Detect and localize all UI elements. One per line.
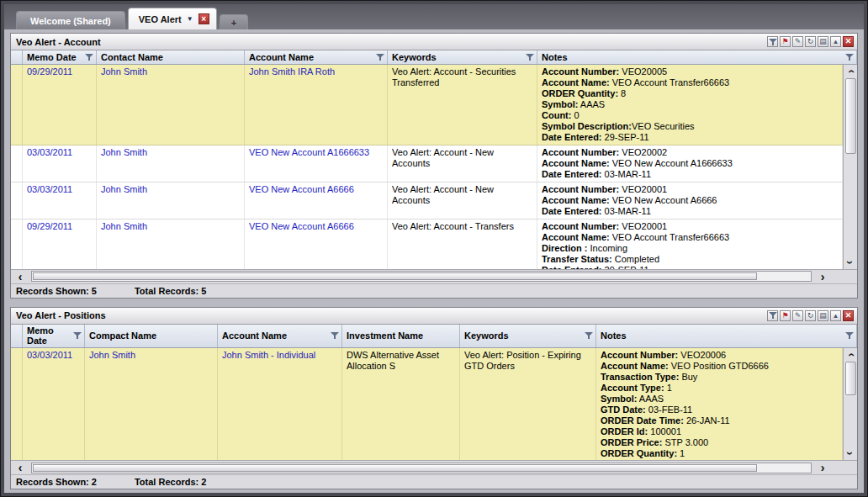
cell-contact-name[interactable]: John Smith (97, 65, 245, 145)
cell-contact-name[interactable]: John Smith (97, 182, 245, 219)
collapse-icon[interactable]: ▴ (830, 36, 841, 47)
scroll-right-icon[interactable]: › (815, 462, 830, 473)
note-line: ORDER Quantity: 1 (601, 448, 839, 459)
filter-edit-icon[interactable] (767, 310, 778, 321)
vertical-scrollbar[interactable]: › › (843, 65, 857, 269)
cell-compact-name[interactable]: John Smith (85, 348, 218, 460)
close-icon[interactable]: ✕ (843, 36, 854, 47)
vertical-scroll-thumb[interactable] (845, 362, 856, 395)
horizontal-scrollbar[interactable]: ‹ › (11, 269, 857, 283)
filter-icon[interactable] (769, 38, 777, 46)
cell-keywords: Veo Alert: Account - New Accounts (388, 145, 537, 182)
table-row[interactable]: 03/03/2011John SmithVEO New Account A166… (11, 145, 843, 182)
panel-toolbar: ⚑✎↻▤▴✕ (767, 310, 854, 321)
column-header-keywords[interactable]: Keywords (460, 325, 596, 347)
note-line: Transfer Status: Completed (542, 254, 839, 265)
horizontal-scrollbar[interactable]: ‹ › (11, 460, 857, 474)
tab-welcome-shared[interactable]: Welcome (Shared) (16, 11, 125, 29)
refresh-icon[interactable]: ↻ (805, 36, 816, 47)
panel-header: Veo Alert - Account ⚑✎↻▤▴✕ (11, 34, 857, 50)
horizontal-scroll-track[interactable] (31, 463, 812, 473)
row-indicator-header (11, 50, 23, 64)
scroll-down-icon[interactable]: › (849, 256, 853, 269)
scroll-left-icon[interactable]: ‹ (13, 271, 28, 283)
scroll-up-icon[interactable]: › (849, 348, 853, 362)
panel-header: Veo Alert - Positions ⚑✎↻▤▴✕ (11, 308, 857, 325)
column-header-memo-date[interactable]: Memo Date (23, 50, 97, 64)
edit-icon[interactable]: ✎ (792, 36, 803, 47)
refresh-icon[interactable]: ↻ (805, 310, 816, 321)
filter-edit-icon[interactable] (767, 36, 778, 47)
cell-account-name[interactable]: John Smith IRA Roth (245, 65, 388, 145)
scroll-right-icon[interactable]: › (815, 271, 830, 283)
column-header-notes[interactable]: Notes (596, 325, 857, 347)
cell-investment-name: DWS Alternative Asset Allocation S (342, 348, 460, 460)
cell-account-name[interactable]: VEO New Account A1666633 (245, 145, 388, 182)
column-header-contact-name[interactable]: Contact Name (97, 50, 245, 64)
grid-body: 03/03/2011John SmithJohn Smith - Individ… (11, 348, 857, 460)
scroll-up-icon[interactable]: › (849, 65, 853, 78)
cell-memo-date[interactable]: 03/03/2011 (23, 145, 97, 182)
export-icon[interactable]: ▤ (818, 310, 828, 321)
records-shown: Records Shown: 5 (16, 286, 97, 296)
cell-contact-name[interactable]: John Smith (97, 145, 245, 182)
horizontal-scroll-thumb[interactable] (33, 464, 757, 472)
filter-icon[interactable] (845, 331, 854, 340)
filter-icon[interactable] (769, 311, 777, 320)
filter-icon[interactable] (73, 331, 82, 340)
row-indicator (11, 219, 23, 269)
scroll-down-icon[interactable]: › (849, 447, 853, 460)
cell-account-name[interactable]: VEO New Account A6666 (245, 182, 388, 219)
cell-memo-date[interactable]: 09/29/2011 (23, 65, 97, 145)
filter-icon[interactable] (85, 53, 93, 61)
app-window: Welcome (Shared) VEO Alert ▼ × + Veo Ale… (0, 0, 868, 497)
column-header-row: Memo DateCompact NameAccount NameInvestm… (11, 325, 857, 348)
cell-account-name[interactable]: VEO New Account A6666 (245, 219, 388, 269)
cell-keywords: Veo Alert: Account - Securities Transfer… (388, 65, 537, 145)
vertical-scroll-thumb[interactable] (845, 78, 856, 154)
filter-icon[interactable] (585, 331, 593, 340)
column-header-keywords[interactable]: Keywords (388, 50, 537, 64)
note-line: Count: 0 (542, 110, 839, 121)
scroll-left-icon[interactable]: ‹ (13, 462, 28, 473)
tab-veo-alert[interactable]: VEO Alert ▼ × (128, 8, 217, 29)
horizontal-scroll-thumb[interactable] (33, 272, 757, 280)
column-header-investment-name[interactable]: Investment Name (342, 325, 460, 347)
filter-icon[interactable] (376, 53, 384, 61)
export-icon[interactable]: ▤ (818, 36, 828, 47)
cell-notes: Account Number: VEO20005Account Name: VE… (537, 65, 843, 145)
filter-icon[interactable] (526, 53, 534, 61)
tab-label: Welcome (Shared) (30, 16, 111, 26)
table-row[interactable]: 03/03/2011John SmithJohn Smith - Individ… (11, 348, 843, 460)
close-icon[interactable]: ✕ (843, 310, 854, 321)
column-header-account-name[interactable]: Account Name (245, 50, 388, 64)
total-records: Total Records: 2 (135, 477, 206, 487)
cell-contact-name[interactable]: John Smith (97, 219, 245, 269)
flag-icon[interactable]: ⚑ (780, 310, 791, 321)
note-line: Account Type: 1 (601, 383, 839, 394)
column-header-account-name[interactable]: Account Name (218, 325, 342, 347)
cell-memo-date[interactable]: 03/03/2011 (23, 182, 97, 219)
filter-icon[interactable] (331, 331, 339, 340)
collapse-icon[interactable]: ▴ (830, 310, 841, 321)
cell-memo-date[interactable]: 09/29/2011 (23, 219, 97, 269)
horizontal-scroll-track[interactable] (31, 271, 812, 282)
records-shown: Records Shown: 2 (16, 477, 97, 487)
table-row[interactable]: 09/29/2011John SmithVEO New Account A666… (11, 219, 843, 269)
flag-icon[interactable]: ⚑ (780, 36, 791, 47)
cell-account-name[interactable]: John Smith - Individual (218, 348, 342, 460)
filter-icon[interactable] (845, 53, 854, 61)
table-row[interactable]: 09/29/2011John SmithJohn Smith IRA RothV… (11, 65, 843, 145)
table-row[interactable]: 03/03/2011John SmithVEO New Account A666… (11, 182, 843, 219)
column-header-memo-date[interactable]: Memo Date (23, 325, 85, 347)
note-line: ORDER Price: STP 3.000 (601, 437, 839, 448)
row-indicator (11, 65, 23, 145)
new-tab-button[interactable]: + (220, 14, 248, 29)
tab-dropdown-icon[interactable]: ▼ (187, 15, 193, 23)
vertical-scrollbar[interactable]: › › (843, 348, 857, 460)
column-header-compact-name[interactable]: Compact Name (85, 325, 218, 347)
cell-memo-date[interactable]: 03/03/2011 (23, 348, 85, 460)
tab-close-icon[interactable]: × (198, 13, 209, 24)
column-header-notes[interactable]: Notes (537, 50, 857, 64)
edit-icon[interactable]: ✎ (792, 310, 803, 321)
